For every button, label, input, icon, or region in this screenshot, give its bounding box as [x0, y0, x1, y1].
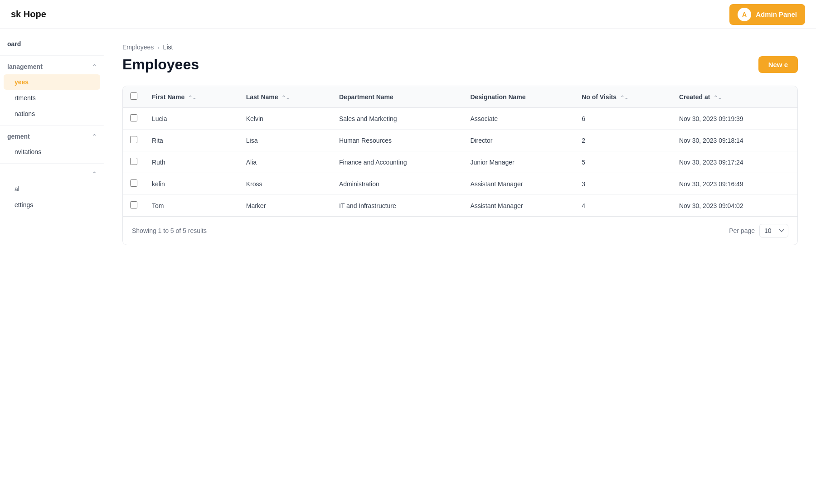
main-content: Employees › List Employees New e First N… — [104, 29, 816, 504]
cell-department-4: IT and Infrastructure — [332, 195, 463, 217]
sort-icon-visits: ⌃⌄ — [620, 95, 628, 101]
sidebar-item-designations[interactable]: nations — [4, 106, 100, 121]
cell-created-at-1: Nov 30, 2023 09:18:14 — [672, 130, 797, 151]
col-department: Department Name — [332, 86, 463, 108]
row-checkbox-col — [123, 173, 145, 195]
cell-department-3: Administration — [332, 173, 463, 195]
table-header-row: First Name ⌃⌄ Last Name ⌃⌄ Department Na… — [123, 86, 797, 108]
select-all-checkbox[interactable] — [130, 92, 137, 100]
per-page-label: Per page — [729, 227, 755, 234]
cell-first-name-2: Ruth — [145, 151, 239, 173]
cell-last-name-4: Marker — [239, 195, 332, 217]
sort-icon-created-at: ⌃⌄ — [714, 95, 722, 101]
row-checkbox-col — [123, 130, 145, 151]
sidebar-section-bottom: ⌃ al ettings — [0, 167, 104, 213]
cell-created-at-3: Nov 30, 2023 09:16:49 — [672, 173, 797, 195]
col-created-at[interactable]: Created at ⌃⌄ — [672, 86, 797, 108]
cell-visits-0: 6 — [574, 108, 672, 130]
chevron-up-icon: ⌃ — [92, 63, 97, 70]
header: sk Hope A Admin Panel — [0, 0, 816, 29]
app-logo: sk Hope — [11, 9, 46, 19]
sidebar-section-engagement-label: gement — [7, 133, 30, 140]
cell-created-at-0: Nov 30, 2023 09:19:39 — [672, 108, 797, 130]
cell-first-name-0: Lucia — [145, 108, 239, 130]
sidebar-section-management-label: lanagement — [7, 63, 43, 70]
table-row: Lucia Kelvin Sales and Marketing Associa… — [123, 108, 797, 130]
row-checkbox-col — [123, 151, 145, 173]
cell-last-name-2: Alia — [239, 151, 332, 173]
chevron-up-icon-3: ⌃ — [92, 171, 97, 177]
cell-visits-1: 2 — [574, 130, 672, 151]
per-page-select[interactable]: 10 25 50 100 — [759, 224, 788, 237]
table-row: Rita Lisa Human Resources Director 2 Nov… — [123, 130, 797, 151]
sidebar-section-management-header[interactable]: lanagement ⌃ — [0, 59, 104, 74]
sidebar-item-departments[interactable]: rtments — [4, 90, 100, 106]
cell-created-at-4: Nov 30, 2023 09:04:02 — [672, 195, 797, 217]
cell-department-2: Finance and Accounting — [332, 151, 463, 173]
row-checkbox-col — [123, 195, 145, 217]
sidebar-section-bottom-header[interactable]: ⌃ — [0, 167, 104, 181]
cell-designation-1: Director — [463, 130, 574, 151]
sort-icon-last-name: ⌃⌄ — [282, 95, 290, 101]
cell-visits-2: 5 — [574, 151, 672, 173]
cell-first-name-3: kelin — [145, 173, 239, 195]
breadcrumb-current: List — [163, 44, 173, 51]
sort-icon-first-name: ⌃⌄ — [188, 95, 196, 101]
admin-panel-label: Admin Panel — [756, 10, 797, 18]
cell-created-at-2: Nov 30, 2023 09:17:24 — [672, 151, 797, 173]
cell-visits-4: 4 — [574, 195, 672, 217]
showing-results: Showing 1 to 5 of 5 results — [132, 227, 207, 234]
cell-last-name-3: Kross — [239, 173, 332, 195]
sidebar-section-management: lanagement ⌃ yees rtments nations — [0, 59, 104, 121]
row-checkbox-4[interactable] — [130, 201, 137, 208]
col-designation: Designation Name — [463, 86, 574, 108]
cell-department-1: Human Resources — [332, 130, 463, 151]
cell-first-name-1: Rita — [145, 130, 239, 151]
breadcrumb-separator: › — [157, 44, 159, 51]
cell-visits-3: 3 — [574, 173, 672, 195]
col-visits[interactable]: No of Visits ⌃⌄ — [574, 86, 672, 108]
new-employee-button[interactable]: New e — [758, 56, 798, 73]
table-footer: Showing 1 to 5 of 5 results Per page 10 … — [123, 216, 797, 245]
sidebar-item-general[interactable]: al — [4, 181, 100, 197]
chevron-up-icon-2: ⌃ — [92, 133, 97, 140]
sidebar-section-engagement-header[interactable]: gement ⌃ — [0, 129, 104, 144]
cell-designation-3: Assistant Manager — [463, 173, 574, 195]
per-page-control: Per page 10 25 50 100 — [729, 224, 788, 237]
admin-panel-button[interactable]: A Admin Panel — [729, 4, 805, 25]
sidebar-section-engagement: gement ⌃ nvitations — [0, 129, 104, 160]
admin-avatar: A — [738, 8, 751, 21]
row-checkbox-1[interactable] — [130, 136, 137, 143]
cell-last-name-1: Lisa — [239, 130, 332, 151]
sidebar-item-employees[interactable]: yees — [4, 74, 100, 90]
sidebar-divider-1 — [0, 55, 104, 56]
sidebar: oard lanagement ⌃ yees rtments nations g… — [0, 29, 104, 504]
cell-designation-4: Assistant Manager — [463, 195, 574, 217]
sidebar-divider-2 — [0, 125, 104, 126]
sidebar-divider-3 — [0, 163, 104, 164]
breadcrumb-root[interactable]: Employees — [122, 44, 154, 51]
breadcrumb: Employees › List — [122, 44, 798, 51]
table-row: Tom Marker IT and Infrastructure Assista… — [123, 195, 797, 217]
row-checkbox-3[interactable] — [130, 179, 137, 187]
table-body: Lucia Kelvin Sales and Marketing Associa… — [123, 108, 797, 217]
row-checkbox-0[interactable] — [130, 114, 137, 121]
col-first-name[interactable]: First Name ⌃⌄ — [145, 86, 239, 108]
cell-designation-2: Junior Manager — [463, 151, 574, 173]
sidebar-item-dashboard[interactable]: oard — [0, 36, 104, 52]
table-row: Ruth Alia Finance and Accounting Junior … — [123, 151, 797, 173]
cell-first-name-4: Tom — [145, 195, 239, 217]
sidebar-item-invitations[interactable]: nvitations — [4, 144, 100, 160]
sidebar-item-settings[interactable]: ettings — [4, 197, 100, 213]
row-checkbox-col — [123, 108, 145, 130]
row-checkbox-2[interactable] — [130, 158, 137, 165]
col-last-name[interactable]: Last Name ⌃⌄ — [239, 86, 332, 108]
employees-table: First Name ⌃⌄ Last Name ⌃⌄ Department Na… — [123, 86, 797, 216]
page-header: Employees New e — [122, 56, 798, 73]
select-all-col — [123, 86, 145, 108]
page-title: Employees — [122, 56, 199, 73]
cell-last-name-0: Kelvin — [239, 108, 332, 130]
employees-table-container: First Name ⌃⌄ Last Name ⌃⌄ Department Na… — [122, 86, 798, 245]
table-row: kelin Kross Administration Assistant Man… — [123, 173, 797, 195]
cell-designation-0: Associate — [463, 108, 574, 130]
